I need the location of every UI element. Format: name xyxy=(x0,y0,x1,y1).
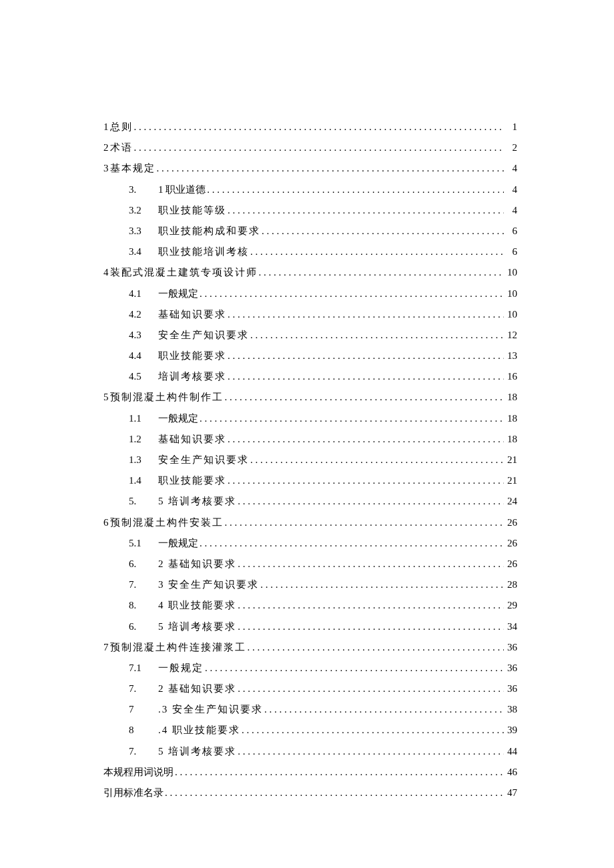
toc-leader-dots xyxy=(226,304,504,325)
toc-entry: 4装配式混凝土建筑专项设计师10 xyxy=(103,262,517,283)
toc-entry: 1总则1 xyxy=(103,117,517,137)
toc-subnumber: 4.3 xyxy=(129,325,158,346)
table-of-contents: 1总则12术语23基本规定43.1 职业道德43.2职业技能等级43.3职业技能… xyxy=(103,117,517,803)
toc-page-number: 16 xyxy=(504,366,517,387)
toc-subnumber: 3.3 xyxy=(129,221,158,242)
toc-subnumber: 3.2 xyxy=(129,200,158,221)
toc-page-number: 4 xyxy=(504,200,517,221)
toc-title: 引用标准名录 xyxy=(103,783,164,803)
toc-entry: 5.1一般规定26 xyxy=(103,533,517,554)
toc-page-number: 28 xyxy=(504,574,517,595)
toc-entry: 4.4职业技能要求13 xyxy=(103,346,517,366)
toc-subnumber: 4.4 xyxy=(129,346,158,366)
toc-subnumber: 4.2 xyxy=(129,304,158,325)
toc-leader-dots xyxy=(204,658,504,679)
toc-entry: 3.4职业技能培训考核6 xyxy=(103,242,517,262)
toc-leader-dots xyxy=(164,783,504,803)
toc-entry: 4.2基础知识要求10 xyxy=(103,304,517,325)
toc-subnumber: 7 xyxy=(129,699,158,720)
toc-leader-dots xyxy=(236,679,504,699)
toc-subnumber: 1.4 xyxy=(129,470,158,491)
toc-leader-dots xyxy=(236,616,504,637)
toc-subtitle: 培训考核要求 xyxy=(158,366,226,387)
toc-subnumber: 6. xyxy=(129,554,158,574)
toc-number: 5 xyxy=(103,387,110,408)
toc-subtitle: 职业技能构成和要求 xyxy=(158,221,260,242)
toc-subnumber: 3. xyxy=(129,179,158,200)
toc-leader-dots xyxy=(258,262,505,283)
toc-subnumber: 7. xyxy=(129,741,158,762)
toc-page-number: 21 xyxy=(504,450,517,470)
toc-entry: 4.3安全生产知识要求12 xyxy=(103,325,517,346)
toc-leader-dots xyxy=(174,762,504,783)
toc-entry: 6预制混凝土构件安装工26 xyxy=(103,512,517,533)
toc-leader-dots xyxy=(133,117,505,137)
toc-leader-dots xyxy=(249,325,504,346)
toc-page-number: 36 xyxy=(504,637,517,658)
toc-leader-dots xyxy=(236,595,504,616)
toc-page-number: 4 xyxy=(504,179,517,200)
toc-leader-dots xyxy=(226,346,504,366)
toc-title: 术语 xyxy=(110,137,133,158)
toc-entry: 7.3 安全生产知识要求38 xyxy=(103,699,517,720)
toc-leader-dots xyxy=(156,158,505,179)
toc-page-number: 10 xyxy=(504,284,517,304)
toc-subtitle: 一般规定 xyxy=(158,284,198,304)
toc-entry: 2术语2 xyxy=(103,137,517,158)
toc-subnumber: 1.1 xyxy=(129,408,158,429)
toc-title: 预制混凝土构件安装工 xyxy=(110,512,224,533)
toc-entry: 4.5培训考核要求16 xyxy=(103,366,517,387)
toc-entry: 6.2 基础知识要求26 xyxy=(103,554,517,574)
toc-entry: 1.3安全生产知识要求21 xyxy=(103,450,517,470)
toc-subtitle: .4 职业技能要求 xyxy=(158,720,240,741)
toc-title: 本规程用词说明 xyxy=(103,762,174,783)
toc-entry: 本规程用词说明46 xyxy=(103,762,517,783)
toc-title: 预制混凝土构件制作工 xyxy=(110,387,224,408)
toc-subnumber: 5.1 xyxy=(129,533,158,554)
toc-page-number: 6 xyxy=(504,221,517,242)
toc-title: 装配式混凝土建筑专项设计师 xyxy=(110,262,258,283)
toc-subnumber: 3.4 xyxy=(129,242,158,262)
toc-subnumber: 8. xyxy=(129,595,158,616)
toc-number: 2 xyxy=(103,137,110,158)
toc-page-number: 10 xyxy=(504,262,517,283)
toc-subtitle: 职业技能要求 xyxy=(158,470,226,491)
toc-subtitle: 职业技能培训考核 xyxy=(158,242,249,262)
toc-leader-dots xyxy=(236,554,504,574)
toc-subtitle: 2 基础知识要求 xyxy=(158,679,236,699)
toc-subnumber: 6. xyxy=(129,616,158,637)
toc-page-number: 36 xyxy=(504,679,517,699)
toc-subtitle: 基础知识要求 xyxy=(158,429,226,450)
toc-entry: 1.2基础知识要求18 xyxy=(103,429,517,450)
toc-page-number: 46 xyxy=(504,762,517,783)
toc-entry: 1.1一般规定18 xyxy=(103,408,517,429)
toc-page-number: 38 xyxy=(504,699,517,720)
toc-page-number: 6 xyxy=(504,242,517,262)
toc-leader-dots xyxy=(198,284,504,304)
toc-leader-dots xyxy=(224,387,505,408)
toc-leader-dots xyxy=(133,137,505,158)
toc-subtitle: 基础知识要求 xyxy=(158,304,226,325)
toc-entry: 4.1一般规定10 xyxy=(103,284,517,304)
toc-subnumber: 7.1 xyxy=(129,658,158,679)
toc-subtitle: 职业技能要求 xyxy=(158,346,226,366)
toc-subtitle: .3 安全生产知识要求 xyxy=(158,699,263,720)
toc-leader-dots xyxy=(224,512,505,533)
toc-page-number: 4 xyxy=(504,158,517,179)
toc-leader-dots xyxy=(226,470,504,491)
toc-subtitle: 5 培训考核要求 xyxy=(158,616,236,637)
toc-page-number: 29 xyxy=(504,595,517,616)
toc-leader-dots xyxy=(236,741,504,762)
toc-page-number: 1 xyxy=(504,117,517,137)
toc-leader-dots xyxy=(198,533,504,554)
toc-page-number: 26 xyxy=(504,554,517,574)
toc-entry: 5预制混凝土构件制作工18 xyxy=(103,387,517,408)
toc-leader-dots xyxy=(236,491,504,512)
toc-page-number: 18 xyxy=(504,429,517,450)
toc-page-number: 12 xyxy=(504,325,517,346)
toc-leader-dots xyxy=(249,242,504,262)
toc-number: 7 xyxy=(103,637,110,658)
toc-subnumber: 1.3 xyxy=(129,450,158,470)
toc-leader-dots xyxy=(246,637,505,658)
toc-leader-dots xyxy=(240,720,504,741)
